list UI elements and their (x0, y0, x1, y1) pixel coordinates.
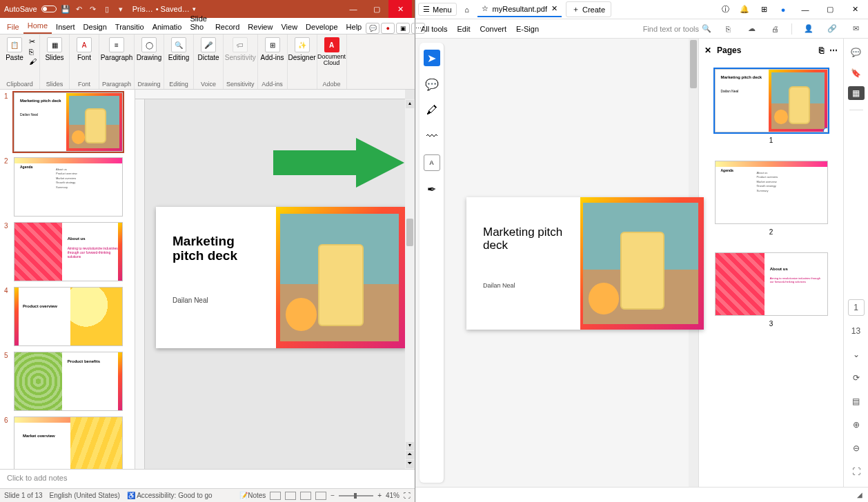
fit-to-window-button[interactable]: ⛶ (404, 492, 411, 499)
tab-review[interactable]: Review (244, 20, 277, 34)
drawing-button[interactable]: ◯Drawing (137, 37, 161, 61)
minimize-button[interactable]: — (795, 0, 816, 19)
thumb-row[interactable]: 1 Marketing pitch deckDailan Neal (0, 90, 135, 154)
slide-thumb-5[interactable]: Product benefits (14, 352, 123, 411)
redo-icon[interactable]: ↷ (88, 4, 98, 14)
zoom-slider[interactable] (339, 495, 373, 496)
format-painter-icon[interactable]: 🖌 (29, 57, 37, 66)
thumb-row[interactable]: 3 About us Aiming to revolutionize indus… (0, 219, 135, 284)
pdf-page[interactable]: Marketing pitch deck Dailan Neal (466, 197, 704, 330)
zoom-percent[interactable]: 41% (386, 492, 400, 499)
page-display-icon[interactable]: ▤ (848, 393, 865, 410)
cut-icon[interactable]: ✂ (29, 37, 37, 46)
maximize-button[interactable]: ▢ (365, 0, 388, 18)
record-button[interactable]: ● (381, 23, 395, 34)
paste-button[interactable]: 📋Paste (3, 37, 26, 61)
bookmarks-panel-icon[interactable]: 🔖 (848, 66, 865, 80)
thumb-row[interactable]: 6 Market overview (0, 414, 135, 469)
zoom-in-icon[interactable]: ⊕ (848, 416, 865, 433)
scroll-thumb[interactable] (690, 40, 697, 88)
prev-slide-icon[interactable]: ⏶ (406, 451, 414, 459)
search-box[interactable]: Find text or tools 🔍 (643, 24, 711, 33)
scroll-down-icon[interactable]: ▾ (406, 442, 414, 450)
new-slide-button[interactable]: ▦Slides (43, 37, 66, 61)
account-icon[interactable]: ● (776, 2, 791, 17)
slide-thumb-3[interactable]: About us Aiming to revolutionize industr… (14, 222, 123, 281)
notes-pane[interactable]: Click to add notes (0, 469, 415, 488)
comments-button[interactable]: 💬 (366, 23, 379, 34)
slide-thumb-6[interactable]: Market overview (14, 416, 123, 469)
paragraph-button[interactable]: ≡Paragraph (105, 37, 128, 61)
convert-button[interactable]: Convert (480, 25, 507, 33)
apps-icon[interactable]: ⊞ (756, 2, 771, 17)
language-status[interactable]: English (United States) (50, 492, 120, 499)
page-viewport[interactable]: Marketing pitch deck Dailan Neal (448, 39, 698, 487)
save-icon[interactable]: 💾 (61, 4, 70, 14)
slide-thumb-1[interactable]: Marketing pitch deckDailan Neal (14, 92, 123, 152)
tab-insert[interactable]: Insert (52, 20, 79, 34)
print-icon[interactable]: 🖨 (768, 22, 782, 36)
slide-counter[interactable]: Slide 1 of 13 (4, 492, 43, 499)
thumb-row[interactable]: 5 Product benefits (0, 349, 135, 414)
sign-tool[interactable]: ✒ (424, 181, 440, 197)
ribbon-options-button[interactable]: ⋯ (411, 23, 425, 34)
highlight-tool[interactable]: 🖍 (424, 102, 440, 119)
zoom-out-icon[interactable]: ⊖ (848, 440, 865, 456)
undo-icon[interactable]: ↶ (75, 4, 84, 14)
editing-button[interactable]: 🔍Editing (167, 37, 190, 61)
slide-author[interactable]: Dailan Neal (172, 297, 269, 304)
text-tool[interactable]: A (424, 154, 440, 171)
slide-editor[interactable]: Marketing pitch deck Dailan Neal ▴ ▾ ⏶ ⏷ (135, 90, 415, 469)
tab-animations[interactable]: Animatio (148, 20, 186, 34)
slide-thumbnails[interactable]: 1 Marketing pitch deckDailan Neal 2 Agen… (0, 90, 135, 469)
tab-slideshow[interactable]: Slide Sho (186, 12, 210, 34)
sorter-view-button[interactable] (285, 492, 296, 500)
menu-button[interactable]: ☰Menu (418, 3, 457, 16)
thumb-row[interactable]: 2 Agenda About us Product overview Marke… (0, 154, 135, 219)
email-icon[interactable]: ✉ (849, 22, 862, 36)
notes-button[interactable]: 📝Notes (239, 492, 266, 499)
zoom-in-button[interactable]: + (377, 492, 382, 499)
page-thumb-list[interactable]: Marketing pitch deckDailan Neal 1 Agenda… (699, 62, 843, 487)
reading-view-button[interactable] (300, 492, 311, 500)
share-icon[interactable]: 👤 (802, 22, 816, 36)
next-slide-icon[interactable]: ⏷ (406, 460, 414, 468)
thumbnails-panel-icon[interactable]: ▦ (848, 86, 865, 100)
resize-grip-icon[interactable]: ◢ (857, 491, 862, 499)
comments-panel-icon[interactable]: 💬 (848, 46, 865, 59)
tab-view[interactable]: View (277, 20, 302, 34)
page-thumb-2[interactable]: Agenda About us Product overview Market … (715, 161, 828, 224)
page-indicator[interactable]: 1 (848, 299, 865, 316)
edit-button[interactable]: Edit (457, 25, 471, 33)
tab-transitions[interactable]: Transitio (111, 20, 148, 34)
addins-button[interactable]: ⊞Add-ins (261, 37, 284, 61)
help-icon[interactable]: ⓘ (718, 2, 733, 17)
slide-image[interactable] (280, 214, 399, 341)
notification-icon[interactable]: 🔔 (737, 2, 752, 17)
tab-home[interactable]: Home (23, 19, 52, 34)
document-cloud-button[interactable]: ADocument Cloud (320, 37, 344, 66)
designer-button[interactable]: ✨Designer (290, 37, 314, 61)
scroll-thumb[interactable] (406, 219, 413, 246)
slide-thumb-4[interactable]: Product overview (14, 287, 123, 346)
close-button[interactable]: ✕ (388, 0, 412, 18)
tab-record[interactable]: Record (211, 20, 244, 34)
page-thumb-3[interactable]: About us Aiming to revolutionize industr… (715, 252, 828, 316)
create-button[interactable]: ＋Create (566, 1, 611, 17)
upload-icon[interactable]: ☁ (744, 22, 758, 36)
scroll-mode-icon[interactable]: ⌄ (848, 346, 865, 363)
draw-tool[interactable]: 〰 (424, 128, 440, 145)
minimize-button[interactable]: — (342, 0, 365, 18)
font-button[interactable]: AFont (72, 37, 96, 61)
fullscreen-icon[interactable]: ⛶ (848, 463, 865, 480)
slide-thumb-2[interactable]: Agenda About us Product overview Market … (14, 157, 123, 217)
tab-developer[interactable]: Develope (302, 20, 342, 34)
zoom-out-button[interactable]: − (331, 492, 335, 499)
tab-help[interactable]: Help (342, 20, 366, 34)
page-thumb-1[interactable]: Marketing pitch deckDailan Neal (715, 69, 828, 132)
rotate-icon[interactable]: ⟳ (848, 370, 865, 386)
present-button[interactable]: ▣ (396, 23, 410, 34)
panel-options-icon[interactable]: ⋯ (829, 46, 838, 55)
slideshow-view-button[interactable] (315, 492, 326, 500)
save-icon[interactable]: ⎘ (721, 22, 735, 36)
